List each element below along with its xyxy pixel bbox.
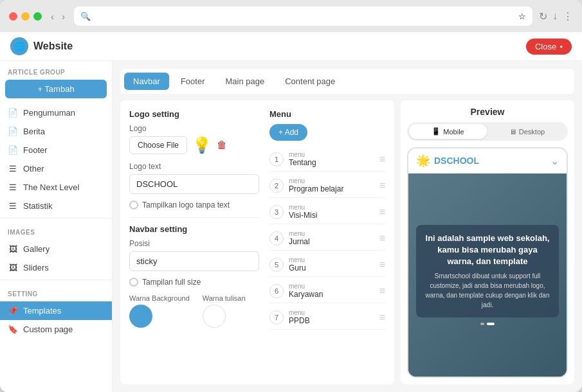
menu-sublabel-3: menu [289,204,374,211]
hero-box: Ini adalah sample web sekolah, kamu bisa… [416,225,559,318]
drag-handle-6[interactable]: ≡ [379,285,385,297]
sidebar-item-next-level[interactable]: ☰ The Next Level [0,178,112,197]
logo-text-input[interactable] [129,174,259,194]
sidebar-item-label: Pengumuman [23,108,75,118]
images-label: IMAGES [0,221,112,240]
tab-navbar[interactable]: Navbar [124,73,169,90]
tab-content-page[interactable]: Content page [276,73,344,90]
menu-label-5: Guru [289,263,374,272]
radio-full-size[interactable] [129,278,138,287]
color-bg-picker[interactable] [129,305,152,328]
menu-items-list: 1 menu Tentang ≡ 2 [269,147,385,330]
drag-handle-4[interactable]: ≡ [379,233,385,244]
radio-show-logo[interactable] [129,200,138,209]
traffic-light-yellow[interactable] [21,12,30,21]
mobile-icon: 📱 [432,127,441,136]
menu-sublabel-4: menu [289,230,374,237]
tab-main-page[interactable]: Main page [217,73,274,90]
navbar-setting-section: Navbar setting Posisi Tampilan full size [129,224,259,328]
back-arrow[interactable]: ‹ [48,10,57,23]
file-input-row: Choose File 💡 🗑 [129,136,259,154]
app-content: 🌐 Website Close ARTICLE GROUP + Tambah 📄… [0,32,582,392]
tab-footer[interactable]: Footer [172,73,214,90]
navbar-setting-title: Navbar setting [129,224,259,234]
sidebar-item-other[interactable]: ☰ Other [0,159,112,178]
menu-item-content-4: menu Jurnal [289,230,374,246]
menu-item-4: 4 menu Jurnal ≡ [269,226,385,251]
menu-item-2: 2 menu Program belajar ≡ [269,174,385,198]
warna-tulisan-label: Warna tulisan [203,294,246,302]
sidebar-item-sliders[interactable]: 🖼 Sliders [0,258,112,277]
image-icon: 🖼 [8,263,18,272]
menu-sublabel-2: menu [289,177,374,184]
sidebar-item-gallery[interactable]: 🖼 Gallery [0,240,112,258]
traffic-light-red[interactable] [9,12,17,21]
document-icon: 📄 [8,108,18,118]
sidebar-item-pengumuman[interactable]: 📄 Pengumuman [0,103,112,122]
menu-sublabel-6: menu [289,283,374,290]
app-logo-icon: 🌐 [10,37,28,55]
mobile-school-name: DSCHOOL [434,156,479,166]
drag-handle-5[interactable]: ≡ [379,259,385,271]
mobile-chevron-icon[interactable]: ⌄ [550,155,559,167]
hero-title: Ini adalah sample web sekolah, kamu bisa… [424,233,551,268]
desktop-toggle-button[interactable]: 🖥 Desktop [488,124,566,139]
mobile-label: Mobile [443,128,464,136]
drag-handle-1[interactable]: ≡ [379,154,385,165]
sidebar-item-footer[interactable]: 📄 Footer [0,141,112,159]
add-tambah-button[interactable]: + Tambah [5,80,107,98]
star-icon[interactable]: ☆ [518,12,526,21]
forward-arrow[interactable]: › [59,10,68,23]
drag-handle-2[interactable]: ≡ [379,180,385,192]
mobile-toggle-button[interactable]: 📱 Mobile [409,124,487,139]
hero-content: Ini adalah sample web sekolah, kamu bisa… [416,225,559,326]
color-text-picker[interactable] [203,305,226,328]
bookmark-icon: 🔖 [8,325,18,334]
sidebar-item-berita[interactable]: 📄 Berita [0,122,112,141]
sidebar-item-label: Statistik [23,201,53,211]
warna-row: Warna Background Warna tulisan [129,294,259,328]
traffic-lights [9,12,42,21]
sidebar-item-label: Other [23,164,44,174]
app-header: 🌐 Website Close [0,32,582,61]
browser-actions: ↻ ↓ ⋮ [539,10,573,22]
menu-num-2: 2 [269,179,284,193]
choose-file-button[interactable]: Choose File [129,136,187,154]
drag-handle-7[interactable]: ≡ [379,312,385,323]
menu-add-button[interactable]: + Add [269,124,307,141]
setting-label: SETTING [0,283,112,301]
sidebar-item-templates[interactable]: 📌 Templates [0,301,112,320]
menu-label-3: Visi-Misi [289,211,374,220]
full-size-row: Tampilan full size [129,278,259,287]
desktop-label: Desktop [519,128,545,136]
sidebar-item-custom-page[interactable]: 🔖 Custom page [0,320,112,339]
browser-menu-button[interactable]: ⋮ [563,10,573,22]
address-bar[interactable]: 🔍 ☆ [74,6,532,26]
menu-label-4: Jurnal [289,237,374,246]
delete-logo-icon[interactable]: 🗑 [217,139,227,151]
app-logo-text: Website [33,40,73,52]
refresh-button[interactable]: ↻ [539,10,547,22]
nav-arrows: ‹ › [48,10,68,23]
mobile-logo: 🌟 DSCHOOL [416,154,479,168]
document-icon: 📄 [8,145,18,155]
preview-toggle: 📱 Mobile 🖥 Desktop [407,122,568,141]
close-button[interactable]: Close [526,39,572,55]
image-icon: 🖼 [8,244,18,254]
download-button[interactable]: ↓ [552,10,558,22]
traffic-light-green[interactable] [33,12,42,21]
sidebar-item-label: The Next Level [23,183,79,192]
list-icon: ☰ [8,183,18,192]
sidebar-item-label: Gallery [23,244,50,254]
menu-num-7: 7 [269,310,284,325]
mobile-topbar: 🌟 DSCHOOL ⌄ [408,148,567,174]
sidebar-item-label: Templates [23,306,61,316]
pin-icon: 📌 [8,306,18,316]
sidebar-item-statistik[interactable]: ☰ Statistik [0,197,112,215]
menu-item-content-5: menu Guru [289,256,374,272]
menu-item-content-7: menu PPDB [289,309,374,325]
drag-handle-3[interactable]: ≡ [379,206,385,218]
posisi-input[interactable] [129,251,259,271]
menu-title: Menu [269,109,385,119]
settings-divider [129,217,259,218]
